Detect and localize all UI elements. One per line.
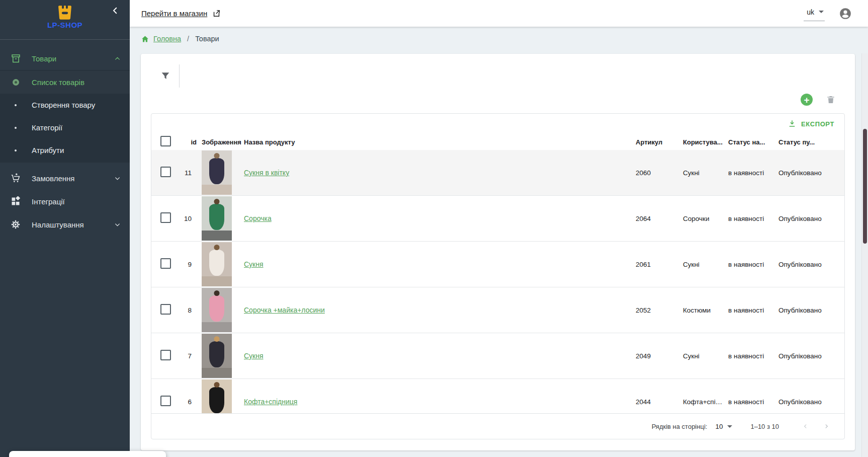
header-user-category[interactable]: Користува... (683, 138, 728, 146)
table-row: 9 Сукня 2061 Сукні в наявності Опубліков… (151, 242, 844, 287)
pagination: Рядків на сторінці: 10 1–10 з 10 (151, 413, 844, 439)
inventory-box-icon (10, 53, 21, 64)
product-name-link[interactable]: Сукня (244, 352, 264, 360)
store-link-label: Перейти в магазин (141, 9, 207, 18)
header-stock-status[interactable]: Статус на... (728, 138, 778, 146)
table-row: 11 Сукня в квітку 2060 Сукні в наявності… (151, 150, 844, 196)
sidebar-item-orders[interactable]: Замовлення (0, 167, 130, 190)
row-checkbox[interactable] (160, 304, 171, 315)
caret-down-icon (819, 11, 824, 13)
product-image[interactable] (202, 334, 232, 378)
row-user-category: Сукні (683, 169, 728, 177)
header-image[interactable]: Зображення (197, 138, 244, 146)
table-row: 7 Сукня 2049 Сукні в наявності Опубліков… (151, 333, 844, 379)
sidebar-item-label: Атрибути (32, 146, 64, 155)
add-cart-icon (10, 173, 21, 184)
row-checkbox[interactable] (160, 167, 171, 177)
export-toolbar: ЕКСПОРТ (151, 114, 844, 134)
sidebar-item-label: Список товарів (32, 78, 84, 87)
header-publish-status[interactable]: Статус пу... (778, 138, 836, 146)
product-name-link[interactable]: Сорочка +майка+лосини (244, 306, 325, 314)
active-bullet-icon (10, 79, 21, 86)
row-sku: 2061 (636, 261, 683, 268)
row-id: 7 (183, 352, 197, 360)
product-image[interactable] (202, 196, 232, 241)
product-image[interactable] (202, 288, 232, 332)
delete-selected-button[interactable] (826, 95, 836, 105)
header-sku[interactable]: Артикул (636, 138, 683, 146)
sidebar-item-label: Інтеграції (32, 197, 121, 206)
app-root: LP-SHOP Товари Спис (0, 0, 868, 457)
product-image[interactable] (202, 242, 232, 286)
sidebar-item-create-product[interactable]: Створення товару (0, 94, 130, 116)
product-image[interactable] (202, 150, 232, 195)
next-page-button[interactable] (820, 420, 832, 432)
rows-per-page-label: Рядків на сторінці: (652, 423, 708, 430)
bottom-toast[interactable] (9, 451, 166, 457)
row-stock-status: в наявності (728, 398, 778, 406)
row-checkbox[interactable] (160, 212, 171, 223)
logo[interactable]: LP-SHOP (0, 0, 130, 35)
table-header-row: id Зображення Назва продукту Артикул Кор… (151, 134, 844, 150)
row-sku: 2049 (636, 352, 683, 360)
breadcrumb-current: Товари (195, 35, 219, 43)
sidebar-item-products[interactable]: Товари (0, 47, 130, 70)
row-user-category: Кофта+спідниц (683, 398, 728, 406)
row-id: 11 (183, 169, 197, 177)
product-name-link[interactable]: Сукня (244, 260, 264, 268)
select-all-checkbox[interactable] (160, 136, 171, 146)
scrollbar-thumb[interactable] (863, 129, 867, 244)
filter-button[interactable] (160, 70, 171, 82)
bullet-icon (10, 127, 21, 129)
row-publish-status: Опубліковано (778, 398, 836, 406)
row-id: 8 (183, 307, 197, 314)
sidebar-item-label: Категорії (32, 123, 62, 132)
sidebar-item-attributes[interactable]: Атрибути (0, 139, 130, 162)
widgets-icon (10, 196, 21, 206)
bullet-icon (10, 149, 21, 151)
rows-per-page-select[interactable]: 10 (715, 423, 732, 430)
row-publish-status: Опубліковано (778, 215, 836, 222)
sidebar-item-product-list[interactable]: Список товарів (0, 71, 130, 94)
products-card: + (141, 54, 855, 450)
product-name-link[interactable]: Сорочка (244, 214, 272, 222)
sidebar-item-label: Налаштування (32, 220, 104, 229)
header-name[interactable]: Назва продукту (244, 138, 636, 146)
row-user-category: Сорочки (683, 215, 728, 222)
sidebar-divider (0, 39, 130, 40)
table-body: 11 Сукня в квітку 2060 Сукні в наявності… (151, 150, 844, 413)
store-link[interactable]: Перейти в магазин (141, 9, 221, 18)
topbar: Перейти в магазин uk (130, 0, 868, 27)
products-table-panel: ЕКСПОРТ id Зображення Назва продукту Арт… (151, 113, 845, 439)
breadcrumb-home-link[interactable]: Головна (153, 35, 181, 43)
page-scrollbar[interactable] (861, 53, 868, 457)
row-stock-status: в наявності (728, 215, 778, 222)
product-image[interactable] (202, 379, 232, 413)
export-button[interactable]: ЕКСПОРТ (785, 119, 837, 129)
account-avatar-button[interactable] (839, 7, 852, 20)
export-button-label: ЕКСПОРТ (801, 120, 834, 128)
caret-down-icon (727, 425, 732, 428)
table-row: 10 Сорочка 2064 Сорочки в наявності Опуб… (151, 196, 844, 242)
language-select[interactable]: uk (804, 6, 825, 21)
products-submenu: Список товарів Створення товару Категорі… (0, 70, 130, 163)
header-id[interactable]: id (183, 138, 197, 146)
product-name-link[interactable]: Сукня в квітку (244, 169, 289, 177)
pagination-range: 1–10 з 10 (750, 423, 779, 430)
row-checkbox[interactable] (160, 350, 171, 360)
external-link-icon (212, 9, 221, 18)
main-area: Перейти в магазин uk (130, 0, 868, 457)
sidebar-item-settings[interactable]: Налаштування (0, 213, 130, 236)
row-checkbox[interactable] (160, 258, 171, 269)
row-stock-status: в наявності (728, 169, 778, 177)
product-name-link[interactable]: Кофта+спідниця (244, 398, 297, 406)
row-checkbox[interactable] (160, 396, 171, 406)
sidebar-item-categories[interactable]: Категорії (0, 116, 130, 139)
table-row: 6 Кофта+спідниця 2044 Кофта+спідниц в на… (151, 379, 844, 413)
sidebar-item-integrations[interactable]: Інтеграції (0, 190, 130, 213)
filter-divider (179, 64, 180, 88)
prev-page-button[interactable] (799, 420, 811, 432)
sidebar-collapse-button[interactable] (109, 4, 122, 17)
add-product-button[interactable]: + (801, 94, 813, 106)
logo-text: LP-SHOP (47, 21, 82, 29)
